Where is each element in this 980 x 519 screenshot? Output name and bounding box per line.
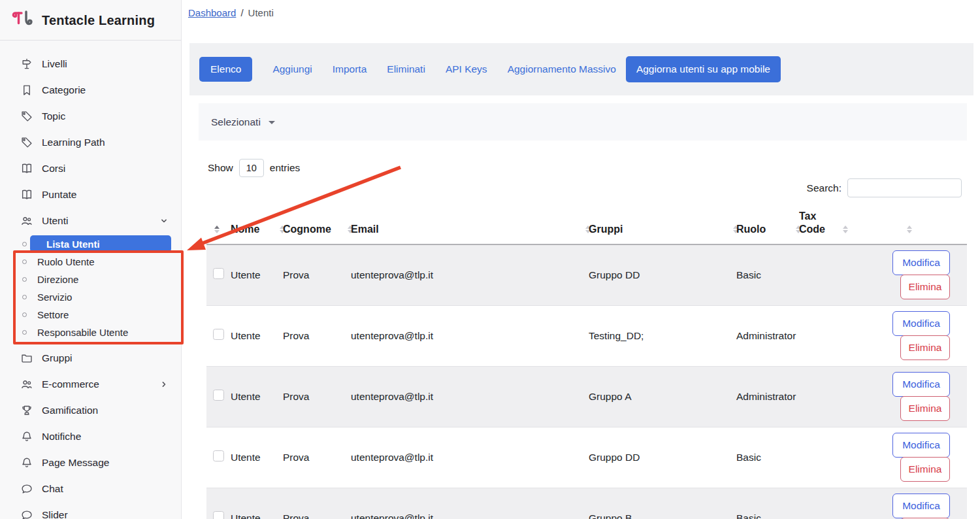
sidebar-item-slider[interactable]: Slider <box>0 502 181 519</box>
cell-nome: Utente <box>228 244 280 305</box>
breadcrumb-separator: / <box>240 7 243 18</box>
selected-dropdown-label: Selezionati <box>211 116 261 127</box>
cell-email: utenteprova@tlp.it <box>348 305 586 366</box>
column-header-nome[interactable]: Nome <box>228 201 280 244</box>
column-header-ruolo[interactable]: Ruolo <box>734 201 796 244</box>
utenti-submenu: Lista Utenti Ruolo Utente Direzione Serv… <box>0 234 181 345</box>
bulk-actions-bar: Selezionati <box>199 103 967 141</box>
cell-ruolo: Administrator <box>734 305 796 366</box>
signpost-icon <box>21 58 33 70</box>
cell-tax-code <box>796 366 843 427</box>
submenu-item-settore[interactable]: Settore <box>0 306 181 324</box>
breadcrumb-current: Utenti <box>248 7 274 18</box>
bullet-icon <box>22 260 27 264</box>
search-input[interactable] <box>847 178 962 197</box>
chevron-right-icon <box>159 379 169 390</box>
edit-button[interactable]: Modifica <box>892 250 950 275</box>
sidebar-item-label: Gruppi <box>42 352 73 364</box>
delete-button[interactable]: Elimina <box>900 275 950 299</box>
tab-importa[interactable]: Importa <box>333 63 367 75</box>
brand-header[interactable]: Tentacle Learning <box>0 0 181 41</box>
show-entries-control: Show entries <box>208 159 300 177</box>
column-header-gruppi[interactable]: Gruppi <box>586 201 734 244</box>
delete-button[interactable]: Elimina <box>900 457 950 482</box>
edit-button[interactable]: Modifica <box>892 433 950 458</box>
sidebar-item-utenti[interactable]: Utenti <box>0 208 181 234</box>
sidebar-item-puntate[interactable]: Puntate <box>0 182 181 208</box>
sort-icon[interactable] <box>907 226 912 233</box>
sidebar-item-page-message[interactable]: Page Message <box>0 450 181 476</box>
cell-email: utenteprova@tlp.it <box>348 427 586 488</box>
submenu-item-label: Settore <box>37 309 69 320</box>
selected-dropdown[interactable]: Selezionati <box>211 116 275 128</box>
submenu-item-servizio[interactable]: Servizio <box>0 288 181 306</box>
tab-aggiungi[interactable]: Aggiungi <box>272 63 312 75</box>
tab-api-keys[interactable]: API Keys <box>446 63 487 75</box>
cell-nome: Utente <box>228 488 280 519</box>
show-label: Show <box>208 162 233 174</box>
sidebar-item-categorie[interactable]: Categorie <box>0 77 181 103</box>
sidebar-item-label: Puntate <box>42 189 76 201</box>
sidebar-nav: Livelli Categorie Topic Learning Path Co… <box>0 41 181 519</box>
bullet-icon <box>22 330 27 335</box>
cell-gruppi: Gruppo DD <box>586 427 734 488</box>
bullet-icon <box>22 312 27 317</box>
column-header-select[interactable] <box>206 201 228 244</box>
tabs-bar: Elenco Aggiungi Importa Eliminati API Ke… <box>189 43 973 95</box>
submenu-item-label: Ruolo Utente <box>37 256 95 267</box>
sidebar-item-label: Notifiche <box>42 431 81 443</box>
tag-icon <box>21 137 33 148</box>
edit-button[interactable]: Modifica <box>892 494 950 518</box>
submenu-item-responsabile-utente[interactable]: Responsabile Utente <box>0 324 181 341</box>
delete-button[interactable]: Elimina <box>900 396 950 421</box>
search-label: Search: <box>807 182 841 194</box>
sidebar-item-gamification[interactable]: Gamification <box>0 397 181 424</box>
tab-elenco[interactable]: Elenco <box>199 57 252 82</box>
book-icon <box>21 189 33 201</box>
edit-button[interactable]: Modifica <box>892 311 950 336</box>
chat-icon <box>21 483 33 495</box>
row-checkbox[interactable] <box>213 268 224 279</box>
sidebar-item-corsi[interactable]: Corsi <box>0 156 181 182</box>
row-checkbox[interactable] <box>213 511 224 519</box>
update-mobile-users-button[interactable]: Aggiorna utenti su app mobile <box>626 56 781 82</box>
sidebar-item-topic[interactable]: Topic <box>0 103 181 129</box>
sidebar-item-livelli[interactable]: Livelli <box>0 51 181 77</box>
edit-button[interactable]: Modifica <box>892 372 950 397</box>
bullet-icon <box>22 242 27 246</box>
sidebar-item-label: Slider <box>42 509 68 519</box>
bookmark-icon <box>21 84 33 96</box>
brand-title: Tentacle Learning <box>42 13 155 28</box>
cell-cognome: Prova <box>280 366 348 427</box>
sidebar-item-ecommerce[interactable]: E-commerce <box>0 371 181 397</box>
main-content: Dashboard/Utenti Elenco Aggiungi Importa… <box>182 0 980 519</box>
tab-aggiornamento-massivo[interactable]: Aggiornamento Massivo <box>508 63 616 75</box>
sidebar-item-label: Page Message <box>42 457 109 469</box>
tab-eliminati[interactable]: Eliminati <box>387 63 425 75</box>
cell-ruolo: Basic <box>734 244 796 305</box>
sidebar-item-notifiche[interactable]: Notifiche <box>0 424 181 450</box>
sidebar-item-gruppi[interactable]: Gruppi <box>0 345 181 371</box>
sidebar-item-learning-path[interactable]: Learning Path <box>0 129 181 156</box>
sidebar-item-chat[interactable]: Chat <box>0 476 181 502</box>
submenu-item-direzione[interactable]: Direzione <box>0 271 181 288</box>
entries-count-input[interactable] <box>239 159 264 177</box>
book-icon <box>21 163 33 175</box>
delete-button[interactable]: Elimina <box>900 335 950 360</box>
bullet-icon <box>22 277 27 282</box>
row-checkbox[interactable] <box>213 329 224 340</box>
column-header-tax-code[interactable]: Tax Code <box>796 201 843 244</box>
submenu-item-label: Direzione <box>37 274 78 285</box>
search-control: Search: <box>807 178 962 197</box>
breadcrumb-dashboard-link[interactable]: Dashboard <box>188 7 236 18</box>
column-header-cognome[interactable]: Cognome <box>280 201 348 244</box>
submenu-item-lista-utenti[interactable]: Lista Utenti <box>0 235 181 253</box>
cell-email: utenteprova@tlp.it <box>348 488 586 519</box>
row-checkbox[interactable] <box>213 390 224 401</box>
sort-icon[interactable] <box>214 226 220 233</box>
row-checkbox[interactable] <box>213 450 224 461</box>
submenu-item-ruolo-utente[interactable]: Ruolo Utente <box>0 253 181 271</box>
column-header-email[interactable]: Email <box>348 201 586 244</box>
submenu-item-label: Responsabile Utente <box>37 327 128 338</box>
breadcrumb: Dashboard/Utenti <box>188 7 274 18</box>
